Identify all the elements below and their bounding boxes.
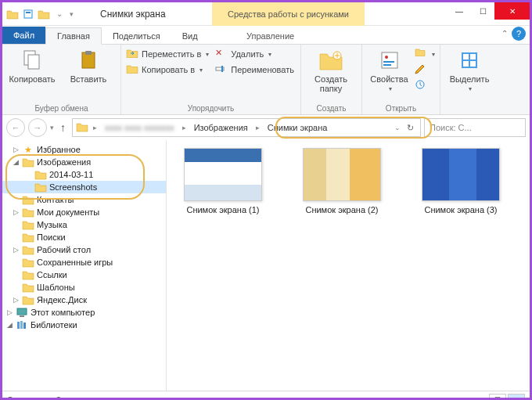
forward-button[interactable]: → — [28, 118, 47, 137]
group-label-open: Открыть — [367, 103, 435, 113]
folder-icon — [22, 294, 34, 305]
select-icon — [457, 48, 482, 73]
up-button[interactable]: ↑ — [57, 121, 69, 134]
tree-item[interactable]: ◢Библиотеки — [2, 319, 166, 331]
search-placeholder: Поиск: С... — [430, 123, 472, 132]
open-button[interactable]: ▾ — [415, 48, 435, 60]
help-button[interactable]: ? — [512, 27, 526, 41]
undo-icon[interactable]: ⌄ — [52, 7, 66, 21]
file-name: Снимок экрана (3) — [424, 204, 497, 215]
twisty-icon[interactable]: ▷ — [12, 208, 20, 216]
ribbon-tabs: Файл Главная Поделиться Вид Управление ⌃… — [2, 26, 530, 45]
tab-manage[interactable]: Управление — [235, 28, 305, 44]
contextual-tab-header: Средства работы с рисунками — [212, 2, 365, 26]
twisty-icon[interactable]: ◢ — [12, 158, 20, 166]
thumbnail-image — [184, 148, 262, 201]
folder-icon — [22, 157, 34, 168]
copy-to-button[interactable]: Копировать в▾ — [126, 63, 209, 76]
properties-icon — [377, 48, 402, 73]
back-button[interactable]: ← — [6, 118, 25, 137]
tree-item[interactable]: 2014-03-11 — [2, 168, 166, 181]
address-bar[interactable]: ▸ xxxx xxxx xxxxxxx ▸ Изображения ▸ Сним… — [72, 118, 421, 137]
tree-item-label: Библиотеки — [31, 320, 77, 330]
properties-icon[interactable] — [21, 7, 35, 21]
new-folder-icon — [318, 48, 343, 73]
refresh-button[interactable]: ↻ — [404, 123, 417, 133]
search-input[interactable]: Поиск: С... — [424, 118, 526, 137]
tree-item-label: Сохраненные игры — [37, 258, 113, 267]
nav-tree: ▷★Избранное◢Изображения2014-03-11Screens… — [2, 140, 167, 391]
recent-locations-icon[interactable]: ▾ — [50, 124, 54, 132]
tab-share[interactable]: Поделиться — [102, 28, 171, 44]
copy-to-icon — [126, 63, 138, 76]
tree-item[interactable]: Сохраненные игры — [2, 256, 166, 268]
paste-button[interactable]: Вставить — [63, 48, 113, 84]
icons-view-button[interactable]: ▦ — [508, 394, 525, 401]
folder-icon — [22, 232, 34, 243]
twisty-icon[interactable]: ▷ — [12, 146, 20, 153]
tree-item[interactable]: ▷Мои документы — [2, 206, 166, 218]
svg-rect-17 — [463, 61, 469, 67]
minimize-button[interactable]: — — [448, 2, 471, 20]
open-icon — [415, 48, 427, 60]
qat-more-icon[interactable]: ▾ — [70, 10, 74, 18]
folder-icon — [5, 7, 20, 21]
file-thumbnail[interactable]: Снимок экрана (3) — [411, 148, 511, 215]
tree-item[interactable]: ▷★Избранное — [2, 143, 166, 156]
tree-item[interactable]: ▷Яндекс.Диск — [2, 294, 166, 306]
tree-item-label: Шаблоны — [37, 283, 75, 292]
tab-view[interactable]: Вид — [171, 28, 209, 44]
tree-item[interactable]: ▷Этот компьютер — [2, 306, 166, 319]
file-thumbnail[interactable]: Снимок экрана (1) — [173, 148, 273, 215]
svg-rect-18 — [470, 61, 476, 67]
close-button[interactable]: ✕ — [494, 2, 530, 20]
tree-item[interactable]: Ссылки — [2, 268, 166, 281]
collapse-ribbon-icon[interactable]: ⌃ — [501, 29, 508, 38]
tree-item-label: Рабочий стол — [37, 245, 91, 254]
file-list: Снимок экрана (1)Снимок экрана (2)Снимок… — [167, 140, 530, 391]
history-button[interactable] — [415, 79, 435, 92]
move-to-button[interactable]: Переместить в▾ — [126, 48, 209, 60]
delete-icon: ✕ — [215, 48, 228, 60]
tree-item[interactable]: Screenshots — [2, 181, 166, 193]
folder-icon — [34, 169, 47, 180]
tree-item[interactable]: Музыка — [2, 218, 166, 231]
tree-item[interactable]: Поиски — [2, 231, 166, 243]
tree-item[interactable]: ▷Рабочий стол — [2, 243, 166, 256]
svg-rect-5 — [85, 51, 92, 55]
svg-rect-16 — [470, 54, 476, 59]
tab-file[interactable]: Файл — [2, 27, 45, 44]
maximize-button[interactable]: ☐ — [471, 2, 494, 20]
twisty-icon[interactable]: ◢ — [5, 321, 13, 329]
details-view-button[interactable]: ☰ — [489, 394, 506, 401]
status-bar: Элементов: 3 ☰ ▦ — [2, 391, 530, 400]
open-folder-icon[interactable] — [37, 7, 51, 21]
breadcrumb-item[interactable]: Изображения — [191, 123, 251, 132]
breadcrumb-item[interactable]: Снимки экрана — [264, 123, 331, 132]
new-folder-button[interactable]: Создать папку — [306, 48, 356, 93]
star-icon: ★ — [22, 144, 34, 155]
twisty-icon[interactable]: ▷ — [12, 296, 20, 304]
breadcrumb-hidden[interactable]: xxxx xxxx xxxxxxx — [102, 123, 178, 132]
properties-button[interactable]: Свойства▾ — [367, 48, 412, 92]
tab-home[interactable]: Главная — [45, 27, 102, 45]
tree-item[interactable]: Контакты — [2, 193, 166, 206]
copy-button[interactable]: Копировать — [7, 48, 57, 84]
tree-item[interactable]: ◢Изображения — [2, 156, 166, 168]
edit-button[interactable] — [415, 63, 435, 76]
tree-item-label: Избранное — [37, 145, 81, 154]
delete-button[interactable]: ✕Удалить▾ — [215, 48, 294, 60]
rename-button[interactable]: Переименовать — [215, 63, 294, 76]
tree-item-label: 2014-03-11 — [49, 170, 93, 179]
rename-icon — [215, 63, 228, 76]
folder-icon — [34, 182, 47, 193]
address-dropdown-icon[interactable]: ⌄ — [391, 124, 404, 132]
file-thumbnail[interactable]: Снимок экрана (2) — [292, 148, 392, 215]
tree-item-label: Поиски — [37, 232, 66, 242]
select-button[interactable]: Выделить▾ — [445, 48, 494, 92]
twisty-icon[interactable]: ▷ — [5, 308, 13, 316]
folder-icon — [22, 269, 34, 280]
svg-rect-15 — [463, 54, 469, 59]
tree-item[interactable]: Шаблоны — [2, 281, 166, 294]
twisty-icon[interactable]: ▷ — [12, 246, 20, 254]
